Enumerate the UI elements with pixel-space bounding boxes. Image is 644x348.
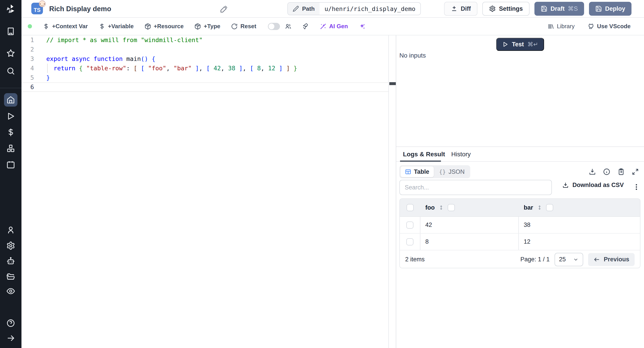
save-icon [541, 5, 548, 12]
expand-fullscreen-icon[interactable] [632, 168, 639, 176]
info-icon[interactable] [603, 168, 610, 176]
sidebar-item-settings-gear-icon[interactable] [6, 241, 15, 250]
add-type-button[interactable]: +Type [194, 23, 220, 30]
more-options-kebab-icon[interactable] [632, 182, 641, 192]
download-result-icon[interactable] [588, 168, 596, 176]
arrow-left-icon [594, 256, 600, 263]
previous-page-button[interactable]: Previous [588, 253, 634, 266]
workspace-building-icon[interactable] [6, 27, 15, 36]
windmill-logo-icon[interactable] [5, 4, 16, 14]
table-row[interactable]: 42 38 [400, 217, 640, 234]
play-icon [502, 41, 508, 48]
add-resource-button[interactable]: +Resource [144, 23, 184, 30]
diff-button[interactable]: Diff [444, 2, 478, 16]
json-view-button[interactable]: {} JSON [435, 166, 469, 177]
sparkles-icon[interactable] [359, 23, 366, 30]
table-view-button[interactable]: Table [400, 166, 434, 177]
select-all-checkbox[interactable] [406, 204, 414, 211]
help-icon[interactable] [6, 319, 15, 328]
right-panel: Test ⌘↵ No inputs Logs & Result History … [396, 35, 644, 348]
tab-history[interactable]: History [451, 147, 471, 162]
use-vscode-button[interactable]: Use VScode [588, 23, 630, 30]
dollar-icon [43, 23, 50, 30]
result-view-toggle: Table {} JSON [399, 165, 470, 178]
sort-foo-icon[interactable] [438, 205, 444, 211]
header-buttons: Diff Settings Draft ⌘S Deploy [444, 2, 632, 16]
edit-summary-pencil-icon[interactable] [220, 5, 228, 13]
code-line-1: // import * as wmill from "windmill-clie… [46, 35, 202, 45]
toolbar-right: Library Use VScode [548, 23, 644, 30]
library-button[interactable]: Library [548, 23, 574, 30]
test-shortcut: ⌘↵ [528, 41, 538, 48]
save-icon [595, 5, 602, 12]
wand-sparkles-icon [320, 23, 326, 30]
search-icon[interactable] [6, 67, 15, 75]
filter-bar-checkbox[interactable] [546, 204, 553, 211]
draft-shortcut: ⌘S [568, 5, 578, 12]
line-number: 1 [22, 35, 34, 45]
sidebar-item-folders-icon[interactable] [6, 271, 15, 280]
table-controls: Download as CSV [399, 180, 640, 195]
result-actions [588, 168, 639, 176]
expand-sidebar-arrow-icon[interactable] [6, 334, 15, 343]
sort-bar-icon[interactable] [537, 205, 542, 211]
editor-toolbar: +Context Var +Variable +Resource +Type R… [22, 18, 644, 35]
table-search-input[interactable] [399, 180, 552, 195]
add-context-var-button[interactable]: +Context Var [43, 23, 88, 30]
gear-icon [489, 5, 496, 12]
test-run-button[interactable]: Test ⌘↵ [496, 38, 544, 51]
sidebar-item-variables-dollar-icon[interactable] [6, 128, 15, 137]
cursor-position-mark [389, 82, 396, 85]
tab-logs-result[interactable]: Logs & Result [403, 147, 445, 162]
deploy-button[interactable]: Deploy [589, 2, 632, 16]
draft-button[interactable]: Draft ⌘S [534, 2, 584, 16]
filter-foo-checkbox[interactable] [448, 204, 455, 211]
path-label: Path [302, 5, 314, 12]
download-csv-button[interactable]: Download as CSV [562, 182, 624, 189]
line-number: 4 [22, 64, 34, 73]
package-icon [144, 23, 151, 30]
items-count: 2 items [405, 256, 425, 263]
line-number: 5 [22, 73, 34, 82]
row-checkbox[interactable] [406, 222, 414, 229]
table-row[interactable]: 8 12 [400, 234, 640, 250]
row-checkbox[interactable] [406, 238, 414, 245]
sidebar-item-runs-play-icon[interactable] [6, 112, 15, 121]
cell-bar: 12 [519, 238, 640, 245]
dollar-icon [98, 23, 105, 30]
editor-overview-ruler[interactable] [388, 35, 396, 348]
copy-to-clipboard-icon[interactable] [617, 168, 625, 176]
settings-button[interactable]: Settings [482, 2, 530, 16]
multiplayer-toggle[interactable] [268, 23, 280, 30]
table-header-row: foo bar [400, 199, 640, 217]
sidebar-item-resources-boxes-icon[interactable] [6, 144, 15, 153]
sidebar-item-audit-eye-icon[interactable] [6, 287, 15, 296]
rotate-icon [231, 23, 238, 30]
path-value[interactable]: u/henri/rich_display_demo [320, 3, 420, 15]
sidebar-item-home[interactable] [4, 93, 18, 107]
sidebar-item-schedules-calendar-icon[interactable] [6, 160, 15, 169]
column-header-foo[interactable]: foo [425, 204, 435, 211]
path-group[interactable]: Path u/henri/rich_display_demo [287, 2, 421, 15]
page-title: Rich Display demo [49, 5, 111, 13]
package-icon [194, 23, 201, 30]
page-size-select[interactable]: 25 [554, 253, 583, 266]
code-editor[interactable]: 1 2 3 4 5 6 // import * as wmill from "w… [22, 35, 396, 348]
path-button[interactable]: Path [288, 3, 320, 15]
code-line-5: } [46, 73, 50, 82]
ai-gen-button[interactable]: AI Gen [320, 23, 348, 30]
cell-foo: 8 [420, 234, 519, 250]
users-icon[interactable] [285, 23, 292, 30]
status-dot [28, 24, 32, 29]
add-variable-button[interactable]: +Variable [98, 23, 134, 30]
reset-button[interactable]: Reset [231, 23, 256, 30]
favorites-star-icon[interactable] [6, 49, 15, 58]
line-number-active: 6 [22, 82, 34, 92]
cell-foo: 42 [420, 217, 519, 233]
column-header-bar[interactable]: bar [524, 204, 533, 211]
format-paintbrush-icon[interactable] [302, 23, 309, 30]
sidebar-item-users-icon[interactable] [6, 226, 15, 235]
table-footer: 2 items Page: 1 / 1 25 Previous [400, 250, 640, 268]
github-cat-icon [588, 23, 594, 30]
sidebar-item-workers-bot-icon[interactable] [6, 256, 15, 265]
